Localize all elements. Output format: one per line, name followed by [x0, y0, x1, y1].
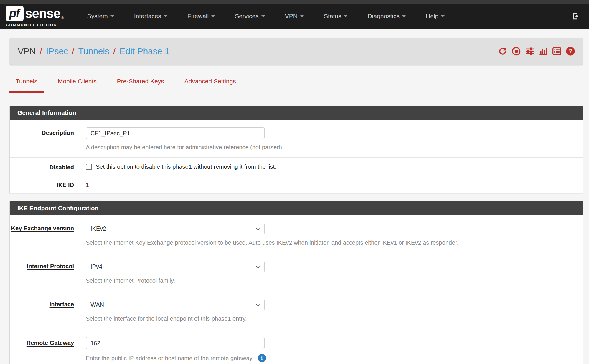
breadcrumb-vpn: VPN [18, 46, 36, 56]
nav-item-system[interactable]: System [77, 13, 124, 20]
refresh-icon[interactable] [498, 47, 507, 56]
chevron-down-icon [256, 302, 260, 306]
internet-protocol-label: Internet Protocol [10, 261, 74, 284]
chevron-down-icon [256, 264, 260, 268]
breadcrumb-edit-phase1-link[interactable]: Edit Phase 1 [119, 46, 169, 56]
bar-chart-icon[interactable] [539, 47, 548, 56]
logo-subtitle: COMMUNITY EDITION [6, 23, 64, 27]
pfsense-logo[interactable]: pf sense ® COMMUNITY EDITION [6, 6, 64, 27]
remote-gateway-input[interactable] [86, 337, 265, 349]
tab-mobile-clients[interactable]: Mobile Clients [52, 78, 103, 93]
disabled-checkbox[interactable] [86, 164, 92, 170]
internet-protocol-help: Select the Internet Protocol family. [86, 277, 265, 284]
chevron-down-icon [164, 15, 167, 17]
description-input[interactable] [86, 127, 265, 139]
nav-item-interfaces[interactable]: Interfaces [124, 13, 177, 20]
breadcrumb-ipsec-link[interactable]: IPsec [46, 46, 68, 56]
page-content: VPN / IPsec / Tunnels / Edit Phase 1 [0, 38, 589, 364]
remote-gateway-label: Remote Gateway [10, 337, 74, 362]
interface-row: Interface WAN Select the interface for t… [10, 291, 583, 329]
disabled-row: Disabled Set this option to disable this… [10, 157, 583, 176]
internet-protocol-select[interactable]: IPv4 [86, 261, 265, 272]
breadcrumb-actions: ? [498, 47, 575, 56]
panel-title-general-information: General Information [10, 106, 583, 120]
interface-help: Select the interface for the local endpo… [86, 315, 265, 322]
list-icon[interactable] [552, 47, 562, 56]
key-exchange-value: IKEv2 [90, 225, 106, 232]
nav-item-firewall[interactable]: Firewall [177, 13, 225, 20]
breadcrumb-bar: VPN / IPsec / Tunnels / Edit Phase 1 [9, 38, 583, 65]
sign-out-icon[interactable] [572, 12, 581, 21]
svg-text:?: ? [569, 48, 572, 54]
nav-item-diagnostics[interactable]: Diagnostics [357, 13, 416, 20]
interface-select[interactable]: WAN [86, 299, 265, 310]
breadcrumb-separator: / [40, 46, 42, 56]
logo-pf-text: pf [9, 7, 20, 20]
description-label: Description [10, 127, 74, 151]
nav-item-vpn[interactable]: VPN [275, 13, 314, 20]
tab-bar: Tunnels Mobile Clients Pre-Shared Keys A… [9, 78, 583, 93]
internet-protocol-value: IPv4 [90, 263, 102, 270]
breadcrumb: VPN / IPsec / Tunnels / Edit Phase 1 [18, 46, 170, 56]
help-icon[interactable]: ? [566, 47, 575, 56]
chevron-down-icon [261, 15, 265, 17]
tab-advanced-settings[interactable]: Advanced Settings [178, 78, 242, 93]
main-navbar: pf sense ® COMMUNITY EDITION System Inte… [0, 4, 589, 29]
disabled-checkbox-label: Set this option to disable this phase1 w… [96, 163, 276, 170]
chevron-down-icon [256, 226, 260, 230]
nav-item-services[interactable]: Services [225, 13, 275, 20]
stop-circle-icon[interactable] [512, 47, 521, 56]
interface-value: WAN [90, 301, 104, 308]
disabled-label: Disabled [10, 163, 74, 171]
chevron-down-icon [344, 15, 347, 17]
description-row: Description A description may be entered… [10, 120, 583, 157]
info-icon[interactable]: i [258, 354, 266, 362]
internet-protocol-row: Internet Protocol IPv4 Select the Intern… [10, 253, 583, 291]
breadcrumb-separator: / [72, 46, 74, 56]
ike-id-label: IKE ID [10, 181, 74, 188]
remote-gateway-help: Enter the public IP address or host name… [86, 355, 254, 362]
nav-item-status[interactable]: Status [314, 13, 358, 20]
key-exchange-row: Key Exchange version IKEv2 Select the In… [10, 215, 583, 253]
tab-pre-shared-keys[interactable]: Pre-Shared Keys [111, 78, 170, 93]
breadcrumb-tunnels-link[interactable]: Tunnels [78, 46, 109, 56]
chevron-down-icon [402, 15, 406, 17]
sliders-icon[interactable] [525, 47, 534, 56]
chevron-down-icon [110, 15, 114, 17]
chevron-down-icon [300, 15, 304, 17]
nav-item-help[interactable]: Help [416, 13, 455, 20]
remote-gateway-row: Remote Gateway Enter the public IP addre… [10, 329, 583, 364]
key-exchange-help: Select the Internet Key Exchange protoco… [86, 239, 458, 246]
key-exchange-select[interactable]: IKEv2 [86, 223, 265, 234]
window-top-strip [0, 0, 589, 4]
chevron-down-icon [441, 15, 445, 17]
ike-id-row: IKE ID 1 [10, 176, 583, 193]
panel-title-ike-endpoint: IKE Endpoint Configuration [10, 201, 583, 215]
ike-id-value: 1 [86, 181, 89, 188]
nav-menu: System Interfaces Firewall Services VPN … [77, 13, 572, 20]
chevron-down-icon [211, 15, 215, 17]
description-help: A description may be entered here for ad… [86, 144, 283, 151]
general-information-panel: General Information Description A descri… [9, 106, 583, 193]
interface-label: Interface [10, 299, 74, 322]
tab-tunnels[interactable]: Tunnels [9, 78, 44, 93]
key-exchange-label: Key Exchange version [10, 223, 74, 246]
ike-endpoint-panel: IKE Endpoint Configuration Key Exchange … [9, 201, 583, 364]
pf-logo-icon: pf [6, 6, 24, 21]
logo-sense-text: sense [25, 6, 60, 21]
breadcrumb-separator: / [113, 46, 116, 56]
logo-registered-mark: ® [61, 16, 64, 20]
